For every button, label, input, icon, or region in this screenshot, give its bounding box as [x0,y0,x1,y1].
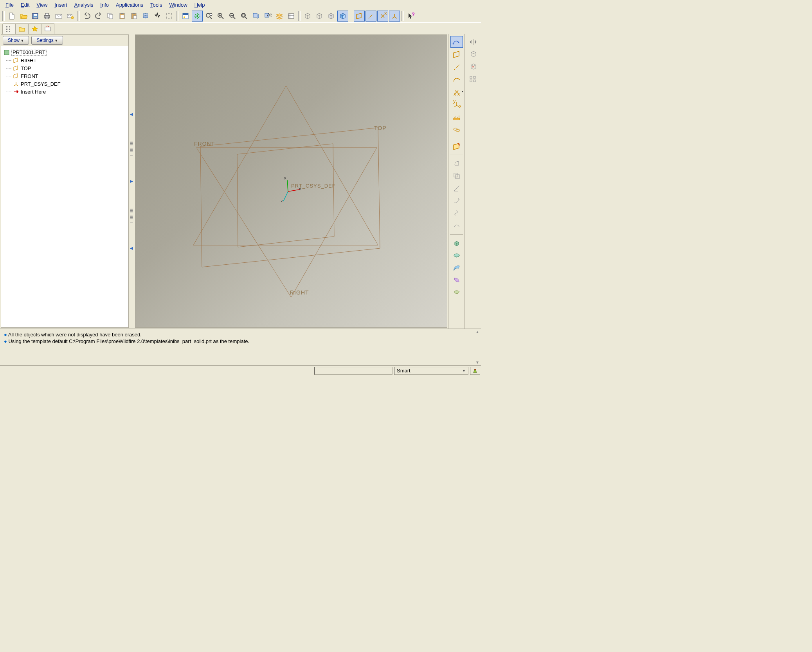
new-file-button[interactable] [6,11,17,22]
regenerate-button[interactable] [140,11,151,22]
settings-dropdown[interactable]: Settings [31,36,63,45]
collapse-arrow-icon: ◀ [130,246,133,250]
copy-button[interactable] [105,11,116,22]
display-style-button[interactable] [180,11,191,22]
sketch-button[interactable] [450,141,463,152]
email-attach-button[interactable] [65,11,76,22]
datum-axes-toggle[interactable] [365,11,376,22]
menu-file[interactable]: File [2,1,17,9]
tree-node-csys[interactable]: PRT_CSYS_DEF [4,80,126,88]
undo-button[interactable] [81,11,92,22]
nav-tab-connections[interactable] [41,23,54,34]
blend-button[interactable] [450,275,463,286]
variable-section-sweep-button[interactable] [450,182,463,194]
paste-special-button[interactable] [128,11,139,22]
hidden-line-button[interactable] [314,11,325,22]
graphics-viewport[interactable]: FRONT TOP RIGHT PRT_CSYS_DEF x y z [135,34,447,328]
datum-planes-toggle[interactable] [354,11,365,22]
save-button[interactable] [30,11,41,22]
datum-point-button[interactable]: x x▸ [450,86,463,98]
reorient-button[interactable] [250,11,261,22]
menu-info[interactable]: Info [97,1,112,9]
vertical-splitter[interactable]: ◀ ▶ ◀ [129,34,134,329]
paste-button[interactable] [117,11,128,22]
nav-tab-folder[interactable] [15,23,29,34]
helical-sweep-button[interactable] [450,208,463,219]
sweep-button[interactable] [450,262,463,274]
svg-rect-57 [454,173,458,177]
layers-button[interactable] [274,11,285,22]
tree-toolbar: Show Settings [1,35,128,46]
zoom-fit-button[interactable] [239,11,250,22]
print-button[interactable] [41,11,52,22]
csys-toggle[interactable] [389,11,400,22]
tree-node-top[interactable]: TOP [4,64,126,72]
svg-text:?: ? [412,12,415,17]
toolbar-separator [298,11,301,21]
open-file-button[interactable] [18,11,29,22]
view-manager-2-button[interactable] [286,11,297,22]
find-button[interactable] [152,11,163,22]
pattern-button[interactable] [467,74,479,85]
menu-insert[interactable]: Insert [51,1,70,9]
scroll-down-icon[interactable]: ▼ [475,360,479,365]
svg-text:x: x [384,12,387,16]
sketch-tool-button[interactable] [450,36,463,48]
analysis-feature-button[interactable] [450,111,463,123]
boundary-blend-button[interactable] [450,170,463,182]
splitter-grip [130,140,133,155]
revolve-button[interactable] [450,249,463,261]
scroll-up-icon[interactable]: ▲ [475,330,479,334]
tree-node-right[interactable]: RIGHT [4,56,126,64]
menu-window[interactable]: Window [166,1,190,9]
message-line: Using the template default C:\Program Fi… [4,338,477,345]
nav-tab-favorites[interactable] [28,23,41,34]
no-hidden-button[interactable] [326,11,337,22]
menu-tools[interactable]: Tools [147,1,165,9]
svg-point-64 [475,369,476,370]
view-manager-button[interactable] [203,11,214,22]
mirror-button[interactable] [467,36,479,48]
datum-label-front: FRONT [194,141,215,147]
selection-filter-dropdown[interactable]: Smart ▼ [394,367,468,375]
svg-rect-31 [288,14,294,18]
datum-axis-button[interactable] [450,61,463,73]
tree-node-front[interactable]: FRONT [4,72,126,80]
menu-edit[interactable]: Edit [18,1,32,9]
datum-csys-button[interactable]: yx [450,99,463,110]
zoom-in-button[interactable] [215,11,226,22]
help-pointer-button[interactable]: ? [405,11,416,22]
blend-tangent-button[interactable] [450,220,463,232]
filter-label: Smart [397,368,411,374]
swept-blend-button[interactable] [450,195,463,207]
svg-marker-44 [193,86,378,245]
flatten-quilt-button[interactable] [450,287,463,299]
tree-root-node[interactable]: PRT0001.PRT [4,48,126,56]
select-button[interactable] [164,11,175,22]
merge-button[interactable] [467,49,479,60]
menu-analysis[interactable]: Analysis [71,1,96,9]
svg-point-50 [458,42,459,43]
menu-applications[interactable]: Applications [113,1,146,9]
tree-node-insert-here[interactable]: Insert Here [4,88,126,96]
datum-curve-button[interactable] [450,74,463,85]
toolbar-separator [401,11,404,21]
redo-button[interactable] [93,11,104,22]
extrude-button[interactable] [450,237,463,249]
datum-points-toggle[interactable]: x [377,11,388,22]
reference-button[interactable] [450,124,463,135]
menu-view[interactable]: View [33,1,50,9]
spin-center-button[interactable] [192,11,203,22]
menu-help[interactable]: Help [191,1,208,9]
email-button[interactable] [53,11,64,22]
main-toolbar: AB x ? [0,9,481,23]
nav-tab-tree[interactable] [2,23,16,34]
saved-views-button[interactable]: AB [262,11,273,22]
wireframe-button[interactable] [302,11,313,22]
show-dropdown[interactable]: Show [3,36,29,45]
shaded-button[interactable] [337,11,348,22]
style-button[interactable] [450,157,463,169]
datum-plane-button[interactable] [450,49,463,60]
trim-button[interactable] [467,61,479,73]
zoom-out-button[interactable] [227,11,238,22]
